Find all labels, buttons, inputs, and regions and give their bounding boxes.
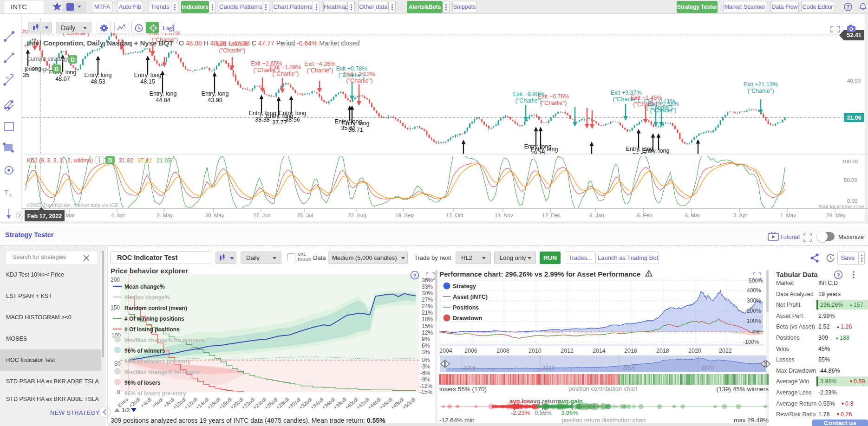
svg-text:21.03: 21.03 [157, 157, 171, 164]
svg-text:("Charlie"): ("Charlie") [219, 47, 246, 54]
svg-text:Entry, long: Entry, long [134, 72, 162, 78]
svg-text:("Charlie"): ("Charlie") [273, 71, 299, 77]
svg-text:Entry, long: Entry, long [150, 90, 177, 97]
svg-text:14. Nov: 14. Nov [495, 213, 513, 218]
svg-text:50.00: 50.00 [844, 177, 857, 183]
svg-text:35: 35 [23, 72, 29, 78]
svg-text:Exit −0.76%: Exit −0.76% [538, 93, 569, 100]
svg-text:Entry, long: Entry, long [531, 146, 558, 153]
svg-text:44.84: 44.84 [156, 97, 170, 103]
svg-text:D: D [108, 157, 112, 164]
svg-text:Current strategy: Current strategy [26, 56, 68, 62]
svg-text:22. Aug: 22. Aug [348, 213, 366, 218]
svg-text:12. Dec: 12. Dec [542, 213, 561, 218]
svg-text:Exit −3.12%: Exit −3.12% [344, 71, 375, 77]
svg-text:48.53: 48.53 [91, 78, 105, 85]
svg-text:29. May: 29. May [827, 213, 846, 218]
svg-text:3. Apr: 3. Apr [733, 213, 747, 218]
svg-text:Mar: Mar [65, 213, 75, 218]
svg-text:("Charlie"): ("Charlie") [650, 107, 677, 114]
svg-text:O 48.08 H 48.26 L 47.38 C 4: O 48.08 H 48.26 L 47.38 C 47.77 Period -… [179, 39, 359, 47]
svg-text:?: ? [846, 4, 849, 10]
svg-text:9. Jan: 9. Jan [589, 213, 604, 218]
svg-text:40.00: 40.00 [847, 78, 861, 84]
svg-text:52.41: 52.41 [847, 32, 861, 39]
svg-text:Exit +0.58%: Exit +0.58% [647, 101, 679, 107]
svg-text:19. Sep: 19. Sep [395, 213, 414, 218]
svg-text:31.82: 31.82 [119, 157, 133, 164]
svg-text:30. May: 30. May [205, 213, 224, 218]
svg-text:D: D [71, 57, 75, 63]
svg-text:17. Oct: 17. Oct [446, 213, 463, 218]
svg-text:Feb 17, 2022: Feb 17, 2022 [27, 213, 62, 219]
svg-text:x: x [9, 192, 12, 198]
svg-text:Entry, long: Entry, long [342, 120, 370, 127]
svg-text:25. Jul: 25. Jul [297, 213, 313, 218]
svg-text:%: % [6, 76, 9, 80]
svg-text:("Charlie"): ("Charlie") [346, 77, 373, 84]
svg-text:6. Mar: 6. Mar [685, 213, 700, 218]
svg-text:2. May: 2. May [157, 213, 173, 218]
svg-text:Log: Log [163, 25, 172, 32]
svg-text:KDJ (9, 3, 3, 3, -2, wildma): KDJ (9, 3, 3, 3, -2, wildma) [27, 157, 93, 164]
svg-text:31.06: 31.06 [847, 115, 861, 121]
svg-text:6. Feb: 6. Feb [637, 213, 653, 218]
svg-text:D: D [54, 66, 59, 72]
svg-text:48.15: 48.15 [140, 78, 155, 85]
svg-text:("Charlie"): ("Charlie") [748, 88, 774, 94]
svg-text:1. May: 1. May [780, 213, 796, 218]
svg-text:37.22: 37.22 [137, 157, 152, 164]
svg-text:Exit +21.13%: Exit +21.13% [744, 81, 778, 88]
svg-text:Entry, long: Entry, long [85, 72, 112, 78]
svg-text:T: T [4, 188, 8, 196]
svg-text:36.71: 36.71 [348, 127, 363, 133]
svg-text:100.00: 100.00 [842, 159, 858, 164]
svg-text:38.56: 38.56 [285, 116, 300, 123]
svg-text:4. Apr: 4. Apr [111, 213, 125, 218]
svg-text:37.77: 37.77 [272, 119, 287, 126]
svg-text:48.07: 48.07 [55, 76, 70, 82]
svg-text:Entry, long: Entry, long [642, 148, 670, 154]
svg-text:("Charlie"): ("Charlie") [541, 100, 567, 106]
svg-text:Drawings: Drawings [25, 66, 49, 72]
svg-text:Exit −4.26%: Exit −4.26% [304, 61, 335, 67]
svg-text:27. Jun: 27. Jun [253, 213, 271, 218]
svg-text:Entry, long: Entry, long [279, 110, 307, 116]
svg-text:Intel Corporation, Daily, Nasd: Intel Corporation, Daily, Nasdaq + Nyse … [27, 39, 173, 47]
svg-text:Exit −1.09%: Exit −1.09% [270, 64, 301, 71]
svg-text:Entry, long: Entry, long [202, 90, 229, 97]
svg-text:43.98: 43.98 [208, 97, 222, 103]
svg-text:©2023 TrendSpider, Market data: ©2023 TrendSpider, Market data via ICE. [26, 202, 120, 208]
svg-text:0.00: 0.00 [847, 198, 857, 204]
svg-text:("Charlie"): ("Charlie") [307, 67, 333, 74]
